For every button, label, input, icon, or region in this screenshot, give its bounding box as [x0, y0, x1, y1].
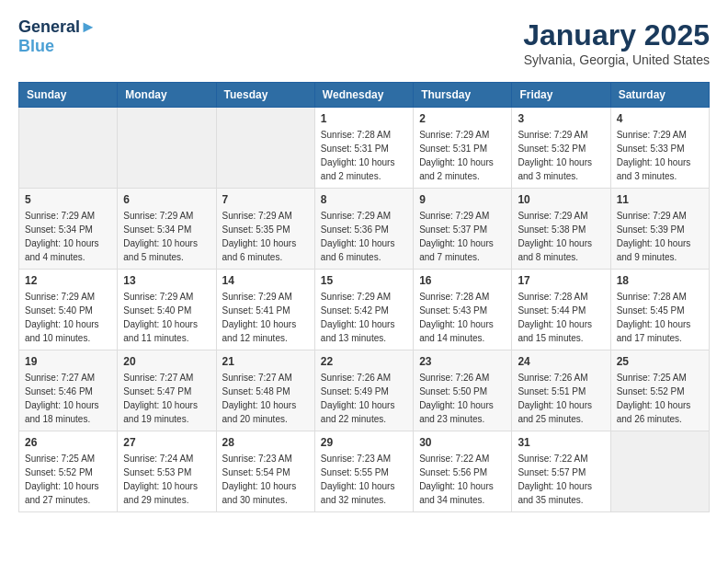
calendar-cell: 27Sunrise: 7:24 AM Sunset: 5:53 PM Dayli… — [118, 431, 216, 512]
calendar-cell: 23Sunrise: 7:26 AM Sunset: 5:50 PM Dayli… — [414, 350, 512, 431]
day-info: Sunrise: 7:28 AM Sunset: 5:44 PM Dayligh… — [518, 290, 604, 345]
calendar-cell: 18Sunrise: 7:28 AM Sunset: 5:45 PM Dayli… — [610, 270, 709, 350]
day-info: Sunrise: 7:29 AM Sunset: 5:31 PM Dayligh… — [419, 128, 506, 183]
calendar-cell: 3Sunrise: 7:29 AM Sunset: 5:32 PM Daylig… — [512, 108, 610, 189]
day-info: Sunrise: 7:22 AM Sunset: 5:57 PM Dayligh… — [518, 452, 604, 507]
day-info: Sunrise: 7:27 AM Sunset: 5:48 PM Dayligh… — [222, 371, 309, 426]
day-info: Sunrise: 7:25 AM Sunset: 5:52 PM Dayligh… — [617, 371, 703, 426]
day-number: 7 — [222, 193, 309, 206]
calendar-cell: 10Sunrise: 7:29 AM Sunset: 5:38 PM Dayli… — [512, 189, 610, 270]
day-number: 5 — [25, 193, 111, 206]
day-number: 26 — [25, 436, 111, 449]
calendar-cell: 2Sunrise: 7:29 AM Sunset: 5:31 PM Daylig… — [414, 108, 512, 189]
day-header-sunday: Sunday — [19, 83, 118, 108]
day-number: 23 — [419, 355, 506, 368]
day-header-friday: Friday — [512, 83, 610, 108]
logo-blue: Blue — [18, 37, 97, 56]
calendar-cell: 8Sunrise: 7:29 AM Sunset: 5:36 PM Daylig… — [314, 189, 413, 270]
day-number: 3 — [518, 112, 604, 125]
calendar-cell — [19, 108, 118, 189]
day-info: Sunrise: 7:26 AM Sunset: 5:51 PM Dayligh… — [518, 371, 604, 426]
day-number: 12 — [25, 274, 111, 287]
day-number: 22 — [321, 355, 407, 368]
day-number: 14 — [222, 274, 309, 287]
calendar-cell: 9Sunrise: 7:29 AM Sunset: 5:37 PM Daylig… — [414, 189, 512, 270]
day-info: Sunrise: 7:28 AM Sunset: 5:45 PM Dayligh… — [617, 290, 703, 345]
day-number: 28 — [222, 436, 309, 449]
day-number: 20 — [123, 355, 210, 368]
day-number: 29 — [321, 436, 407, 449]
day-header-saturday: Saturday — [610, 83, 709, 108]
calendar-cell: 7Sunrise: 7:29 AM Sunset: 5:35 PM Daylig… — [216, 189, 314, 270]
calendar-cell: 28Sunrise: 7:23 AM Sunset: 5:54 PM Dayli… — [216, 431, 314, 512]
calendar-cell: 19Sunrise: 7:27 AM Sunset: 5:46 PM Dayli… — [19, 350, 118, 431]
week-row-5: 26Sunrise: 7:25 AM Sunset: 5:52 PM Dayli… — [19, 431, 710, 512]
calendar-cell: 4Sunrise: 7:29 AM Sunset: 5:33 PM Daylig… — [610, 108, 709, 189]
day-info: Sunrise: 7:29 AM Sunset: 5:33 PM Dayligh… — [617, 128, 703, 183]
day-info: Sunrise: 7:27 AM Sunset: 5:47 PM Dayligh… — [123, 371, 210, 426]
day-info: Sunrise: 7:29 AM Sunset: 5:34 PM Dayligh… — [25, 209, 111, 264]
day-info: Sunrise: 7:26 AM Sunset: 5:50 PM Dayligh… — [419, 371, 506, 426]
calendar-cell: 17Sunrise: 7:28 AM Sunset: 5:44 PM Dayli… — [512, 270, 610, 350]
calendar-cell: 25Sunrise: 7:25 AM Sunset: 5:52 PM Dayli… — [610, 350, 709, 431]
calendar-cell: 6Sunrise: 7:29 AM Sunset: 5:34 PM Daylig… — [118, 189, 216, 270]
day-info: Sunrise: 7:25 AM Sunset: 5:52 PM Dayligh… — [25, 452, 111, 507]
calendar-cell: 14Sunrise: 7:29 AM Sunset: 5:41 PM Dayli… — [216, 270, 314, 350]
day-info: Sunrise: 7:22 AM Sunset: 5:56 PM Dayligh… — [419, 452, 506, 507]
week-row-2: 5Sunrise: 7:29 AM Sunset: 5:34 PM Daylig… — [19, 189, 710, 270]
calendar-cell: 30Sunrise: 7:22 AM Sunset: 5:56 PM Dayli… — [414, 431, 512, 512]
day-info: Sunrise: 7:23 AM Sunset: 5:54 PM Dayligh… — [222, 452, 309, 507]
day-info: Sunrise: 7:29 AM Sunset: 5:34 PM Dayligh… — [123, 209, 210, 264]
day-info: Sunrise: 7:23 AM Sunset: 5:55 PM Dayligh… — [321, 452, 407, 507]
calendar-cell: 31Sunrise: 7:22 AM Sunset: 5:57 PM Dayli… — [512, 431, 610, 512]
day-info: Sunrise: 7:29 AM Sunset: 5:35 PM Dayligh… — [222, 209, 309, 264]
day-info: Sunrise: 7:29 AM Sunset: 5:39 PM Dayligh… — [617, 209, 703, 264]
day-number: 4 — [617, 112, 703, 125]
day-number: 27 — [123, 436, 210, 449]
calendar-cell: 24Sunrise: 7:26 AM Sunset: 5:51 PM Dayli… — [512, 350, 610, 431]
day-number: 10 — [518, 193, 604, 206]
calendar-cell: 29Sunrise: 7:23 AM Sunset: 5:55 PM Dayli… — [314, 431, 413, 512]
calendar-cell: 12Sunrise: 7:29 AM Sunset: 5:40 PM Dayli… — [19, 270, 118, 350]
day-number: 24 — [518, 355, 604, 368]
day-header-wednesday: Wednesday — [314, 83, 413, 108]
day-number: 31 — [518, 436, 604, 449]
day-info: Sunrise: 7:29 AM Sunset: 5:38 PM Dayligh… — [518, 209, 604, 264]
week-row-3: 12Sunrise: 7:29 AM Sunset: 5:40 PM Dayli… — [19, 270, 710, 350]
day-number: 17 — [518, 274, 604, 287]
title-block: January 2025 Sylvania, Georgia, United S… — [523, 18, 710, 67]
week-row-1: 1Sunrise: 7:28 AM Sunset: 5:31 PM Daylig… — [19, 108, 710, 189]
calendar-cell: 20Sunrise: 7:27 AM Sunset: 5:47 PM Dayli… — [118, 350, 216, 431]
day-info: Sunrise: 7:29 AM Sunset: 5:32 PM Dayligh… — [518, 128, 604, 183]
calendar-table: SundayMondayTuesdayWednesdayThursdayFrid… — [18, 82, 710, 512]
calendar-cell: 15Sunrise: 7:29 AM Sunset: 5:42 PM Dayli… — [314, 270, 413, 350]
logo: General► Blue — [18, 18, 97, 56]
calendar-header-row: SundayMondayTuesdayWednesdayThursdayFrid… — [19, 83, 710, 108]
day-info: Sunrise: 7:26 AM Sunset: 5:49 PM Dayligh… — [321, 371, 407, 426]
calendar-cell: 21Sunrise: 7:27 AM Sunset: 5:48 PM Dayli… — [216, 350, 314, 431]
day-number: 8 — [321, 193, 407, 206]
page-header: General► Blue January 2025 Sylvania, Geo… — [18, 18, 710, 67]
calendar-cell — [610, 431, 709, 512]
calendar-cell: 13Sunrise: 7:29 AM Sunset: 5:40 PM Dayli… — [118, 270, 216, 350]
day-header-monday: Monday — [118, 83, 216, 108]
day-info: Sunrise: 7:29 AM Sunset: 5:42 PM Dayligh… — [321, 290, 407, 345]
week-row-4: 19Sunrise: 7:27 AM Sunset: 5:46 PM Dayli… — [19, 350, 710, 431]
day-number: 19 — [25, 355, 111, 368]
day-number: 25 — [617, 355, 703, 368]
logo-text: General► — [18, 18, 97, 37]
day-number: 15 — [321, 274, 407, 287]
day-number: 6 — [123, 193, 210, 206]
calendar-cell: 26Sunrise: 7:25 AM Sunset: 5:52 PM Dayli… — [19, 431, 118, 512]
day-info: Sunrise: 7:29 AM Sunset: 5:37 PM Dayligh… — [419, 209, 506, 264]
day-number: 13 — [123, 274, 210, 287]
calendar-cell: 1Sunrise: 7:28 AM Sunset: 5:31 PM Daylig… — [314, 108, 413, 189]
calendar-cell: 11Sunrise: 7:29 AM Sunset: 5:39 PM Dayli… — [610, 189, 709, 270]
day-info: Sunrise: 7:29 AM Sunset: 5:36 PM Dayligh… — [321, 209, 407, 264]
calendar-cell — [118, 108, 216, 189]
calendar-cell: 5Sunrise: 7:29 AM Sunset: 5:34 PM Daylig… — [19, 189, 118, 270]
day-number: 16 — [419, 274, 506, 287]
day-info: Sunrise: 7:29 AM Sunset: 5:40 PM Dayligh… — [25, 290, 111, 345]
month-title: January 2025 — [523, 18, 710, 52]
day-number: 1 — [321, 112, 407, 125]
